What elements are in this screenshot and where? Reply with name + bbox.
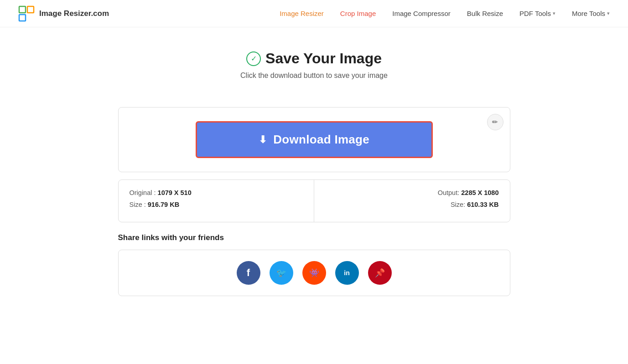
chevron-down-icon: ▾ (607, 10, 610, 16)
chevron-down-icon: ▾ (553, 10, 555, 16)
output-size-row: Size: 610.33 KB (325, 201, 499, 208)
output-size-label: Size: (451, 201, 465, 208)
logo-text: Image Resizer.com (39, 9, 109, 18)
nav-more-tools[interactable]: More Tools ▾ (572, 10, 610, 17)
nav-crop-image[interactable]: Crop Image (340, 10, 376, 17)
original-size-label: Size : (130, 201, 146, 208)
download-button[interactable]: ⬇ Download Image (196, 121, 433, 158)
twitter-share-button[interactable]: 🐦 (270, 261, 293, 285)
facebook-icon: f (247, 267, 250, 279)
pinterest-share-button[interactable]: 📌 (368, 261, 392, 285)
logo[interactable]: Image Resizer.com (18, 5, 109, 22)
original-size: 916.79 KB (148, 201, 179, 208)
reddit-share-button[interactable]: 👾 (302, 261, 326, 285)
output-dimensions: 2285 X 1080 (461, 189, 498, 196)
output-info: Output: 2285 X 1080 Size: 610.33 KB (314, 180, 510, 222)
header: Image Resizer.com Image Resizer Crop Ima… (0, 0, 628, 27)
svg-rect-0 (19, 6, 26, 13)
output-size: 610.33 KB (467, 201, 498, 208)
nav-more-tools-label: More Tools (572, 10, 605, 17)
nav-pdf-tools[interactable]: PDF Tools ▾ (519, 10, 555, 17)
reddit-icon: 👾 (309, 268, 319, 278)
svg-rect-2 (19, 15, 26, 21)
nav-bulk-resize[interactable]: Bulk Resize (467, 10, 503, 17)
download-icon: ⬇ (259, 134, 267, 146)
share-title: Share links with your friends (118, 233, 510, 242)
nav: Image Resizer Crop Image Image Compresso… (280, 10, 610, 17)
main-content: ✓ Save Your Image Click the download but… (109, 27, 519, 314)
svg-rect-1 (27, 6, 34, 13)
page-subtitle: Click the download button to save your i… (118, 72, 510, 80)
share-card: f 🐦 👾 in 📌 (118, 250, 510, 296)
pinterest-icon: 📌 (375, 268, 385, 278)
logo-icon (18, 5, 35, 22)
original-label: Original : (130, 189, 156, 196)
original-dimensions: 1079 X 510 (158, 189, 192, 196)
linkedin-share-button[interactable]: in (335, 261, 359, 285)
output-dimensions-row: Output: 2285 X 1080 (325, 189, 499, 196)
page-title: Save Your Image (265, 50, 382, 67)
nav-image-resizer[interactable]: Image Resizer (280, 10, 324, 17)
original-info: Original : 1079 X 510 Size : 916.79 KB (119, 180, 314, 222)
info-card: Original : 1079 X 510 Size : 916.79 KB O… (118, 179, 510, 222)
edit-button[interactable]: ✏ (487, 114, 503, 130)
linkedin-icon: in (344, 269, 349, 277)
download-card: ✏ ⬇ Download Image (118, 107, 510, 172)
original-size-row: Size : 916.79 KB (130, 201, 303, 208)
original-dimensions-row: Original : 1079 X 510 (130, 189, 303, 196)
twitter-icon: 🐦 (276, 268, 286, 278)
nav-pdf-tools-label: PDF Tools (519, 10, 551, 17)
nav-image-compressor[interactable]: Image Compressor (392, 10, 451, 17)
save-heading: ✓ Save Your Image (118, 50, 510, 67)
output-label: Output: (438, 189, 460, 196)
check-circle-icon: ✓ (246, 51, 261, 66)
facebook-share-button[interactable]: f (237, 261, 260, 285)
download-button-label: Download Image (273, 133, 369, 147)
